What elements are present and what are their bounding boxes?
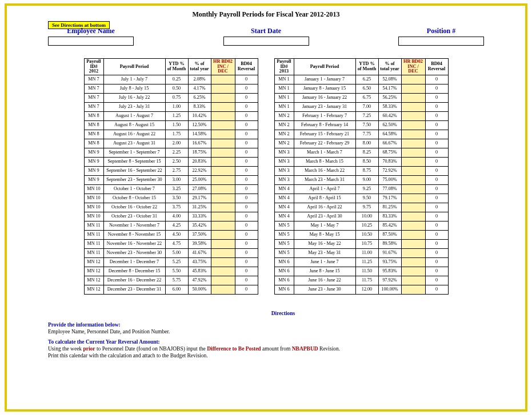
cell-hr-bd02[interactable] bbox=[401, 221, 425, 230]
position-input[interactable] bbox=[398, 37, 484, 46]
cell-hr-bd02[interactable] bbox=[211, 120, 235, 130]
cell-hr-bd02[interactable] bbox=[211, 184, 235, 194]
cell-payroll-id: MN 6 bbox=[274, 267, 294, 276]
cell-payroll-id: MN 11 bbox=[84, 221, 103, 230]
employee-name-input[interactable] bbox=[48, 37, 134, 46]
cell-reversal: 0 bbox=[235, 221, 258, 230]
cell-hr-bd02[interactable] bbox=[211, 166, 235, 175]
cell-payroll-id: MN 9 bbox=[84, 175, 103, 184]
cell-payroll-period: April 16 - April 22 bbox=[294, 203, 355, 212]
cell-hr-bd02[interactable] bbox=[211, 148, 235, 157]
cell-payroll-period: February 8 - February 14 bbox=[294, 120, 355, 130]
cell-total: 70.83% bbox=[378, 157, 401, 166]
cell-hr-bd02[interactable] bbox=[401, 212, 425, 221]
cell-reversal: 0 bbox=[235, 239, 258, 248]
cell-hr-bd02[interactable] bbox=[211, 111, 235, 120]
cell-payroll-period: December 8 - December 15 bbox=[103, 267, 165, 276]
cell-hr-bd02[interactable] bbox=[401, 257, 425, 267]
cell-hr-bd02[interactable] bbox=[211, 267, 235, 276]
cell-hr-bd02[interactable] bbox=[401, 111, 425, 120]
cell-hr-bd02[interactable] bbox=[211, 257, 235, 267]
cell-hr-bd02[interactable] bbox=[401, 248, 425, 257]
cell-hr-bd02[interactable] bbox=[401, 194, 425, 203]
cell-ytd: 6.50 bbox=[355, 84, 378, 93]
cell-hr-bd02[interactable] bbox=[211, 157, 235, 166]
cell-hr-bd02[interactable] bbox=[211, 212, 235, 221]
cell-hr-bd02[interactable] bbox=[401, 175, 425, 184]
cell-ytd: 7.25 bbox=[355, 111, 378, 120]
cell-hr-bd02[interactable] bbox=[211, 102, 235, 111]
cell-hr-bd02[interactable] bbox=[401, 184, 425, 194]
start-date-input[interactable] bbox=[223, 37, 309, 46]
cell-hr-bd02[interactable] bbox=[401, 120, 425, 130]
cell-hr-bd02[interactable] bbox=[401, 102, 425, 111]
cell-hr-bd02[interactable] bbox=[401, 157, 425, 166]
cell-payroll-period: May 1 - May 7 bbox=[294, 221, 355, 230]
cell-reversal: 0 bbox=[425, 257, 448, 267]
table-row: MN 12December 16 - December 225.7547.92%… bbox=[84, 276, 258, 285]
cell-total: 87.50% bbox=[378, 230, 401, 239]
cell-hr-bd02[interactable] bbox=[401, 267, 425, 276]
cell-hr-bd02[interactable] bbox=[401, 139, 425, 148]
table-row: MN 8August 8 - August 151.5012.50%0 bbox=[84, 120, 258, 130]
cell-payroll-id: MN 7 bbox=[84, 93, 103, 102]
cell-hr-bd02[interactable] bbox=[401, 239, 425, 248]
cell-payroll-period: July 23 - July 31 bbox=[103, 102, 165, 111]
cell-payroll-id: MN 3 bbox=[274, 148, 294, 157]
cell-payroll-id: MN 9 bbox=[84, 148, 103, 157]
table-row: MN 7July 1 - July 70.252.08%0 bbox=[84, 75, 258, 84]
cell-hr-bd02[interactable] bbox=[401, 276, 425, 285]
cell-ytd: 0.25 bbox=[165, 75, 188, 84]
cell-hr-bd02[interactable] bbox=[211, 239, 235, 248]
cell-payroll-period: September 1 - September 7 bbox=[103, 148, 165, 157]
cell-hr-bd02[interactable] bbox=[401, 148, 425, 157]
cell-reversal: 0 bbox=[425, 239, 448, 248]
cell-total: 16.67% bbox=[188, 139, 211, 148]
employee-name-label: Employee Name bbox=[48, 27, 134, 35]
table-row: MN 2February 22 - February 298.0066.67%0 bbox=[274, 139, 448, 148]
cell-hr-bd02[interactable] bbox=[211, 75, 235, 84]
cell-reversal: 0 bbox=[425, 184, 448, 194]
cell-payroll-id: MN 1 bbox=[274, 93, 294, 102]
cell-hr-bd02[interactable] bbox=[401, 285, 425, 294]
cell-payroll-period: July 16 - July 22 bbox=[103, 93, 165, 102]
cell-total: 29.17% bbox=[188, 194, 211, 203]
table-row: MN 5May 16 - May 2210.7589.58%0 bbox=[274, 239, 448, 248]
cell-hr-bd02[interactable] bbox=[211, 130, 235, 139]
cell-hr-bd02[interactable] bbox=[211, 175, 235, 184]
cell-reversal: 0 bbox=[235, 102, 258, 111]
cell-reversal: 0 bbox=[425, 120, 448, 130]
cell-reversal: 0 bbox=[235, 130, 258, 139]
cell-total: 20.83% bbox=[188, 157, 211, 166]
cell-hr-bd02[interactable] bbox=[211, 93, 235, 102]
cell-ytd: 7.00 bbox=[355, 102, 378, 111]
cell-hr-bd02[interactable] bbox=[211, 285, 235, 294]
cell-hr-bd02[interactable] bbox=[211, 230, 235, 239]
cell-hr-bd02[interactable] bbox=[401, 93, 425, 102]
cell-reversal: 0 bbox=[425, 194, 448, 203]
cell-hr-bd02[interactable] bbox=[211, 203, 235, 212]
cell-hr-bd02[interactable] bbox=[211, 139, 235, 148]
cell-hr-bd02[interactable] bbox=[211, 221, 235, 230]
cell-ytd: 11.00 bbox=[355, 248, 378, 257]
cell-reversal: 0 bbox=[235, 230, 258, 239]
table-row: MN 10October 8 - October 153.5029.17%0 bbox=[84, 194, 258, 203]
cell-hr-bd02[interactable] bbox=[211, 276, 235, 285]
cell-hr-bd02[interactable] bbox=[401, 75, 425, 84]
table-row: MN 5May 1 - May 710.2585.42%0 bbox=[274, 221, 448, 230]
table-row: MN 4April 16 - April 229.7581.25%0 bbox=[274, 203, 448, 212]
cell-ytd: 3.00 bbox=[165, 175, 188, 184]
cell-reversal: 0 bbox=[425, 93, 448, 102]
cell-hr-bd02[interactable] bbox=[401, 203, 425, 212]
cell-reversal: 0 bbox=[425, 75, 448, 84]
cell-reversal: 0 bbox=[235, 184, 258, 194]
cell-hr-bd02[interactable] bbox=[401, 166, 425, 175]
cell-hr-bd02[interactable] bbox=[401, 230, 425, 239]
cell-total: 64.58% bbox=[378, 130, 401, 139]
cell-payroll-period: November 8 - November 15 bbox=[103, 230, 165, 239]
cell-hr-bd02[interactable] bbox=[401, 84, 425, 93]
cell-hr-bd02[interactable] bbox=[211, 194, 235, 203]
cell-hr-bd02[interactable] bbox=[211, 84, 235, 93]
cell-hr-bd02[interactable] bbox=[401, 130, 425, 139]
cell-hr-bd02[interactable] bbox=[211, 248, 235, 257]
